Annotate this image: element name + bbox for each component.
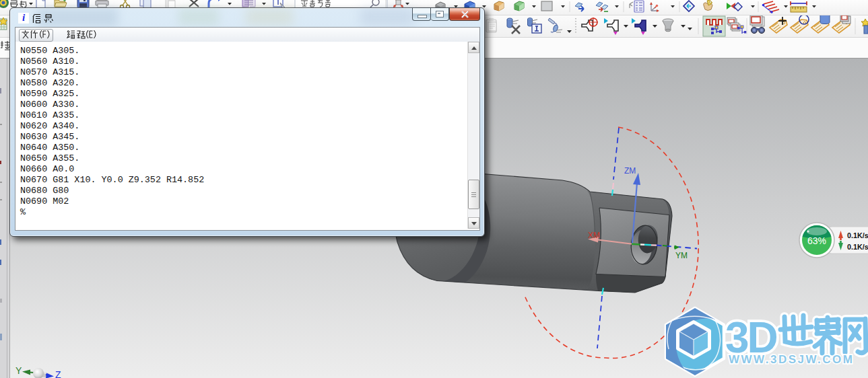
svg-text:XM: XM <box>588 231 600 240</box>
svg-text:ZM: ZM <box>624 166 636 176</box>
svg-text:0.1K/s: 0.1K/s <box>847 231 868 239</box>
svg-text:0.1K/s: 0.1K/s <box>847 243 868 251</box>
svg-text:63%: 63% <box>807 235 826 246</box>
svg-text:Z: Z <box>55 369 61 378</box>
svg-text:YM: YM <box>675 251 688 260</box>
svg-text:Y: Y <box>15 365 22 376</box>
svg-text:WWW.3DSJW.COM: WWW.3DSJW.COM <box>729 353 854 366</box>
